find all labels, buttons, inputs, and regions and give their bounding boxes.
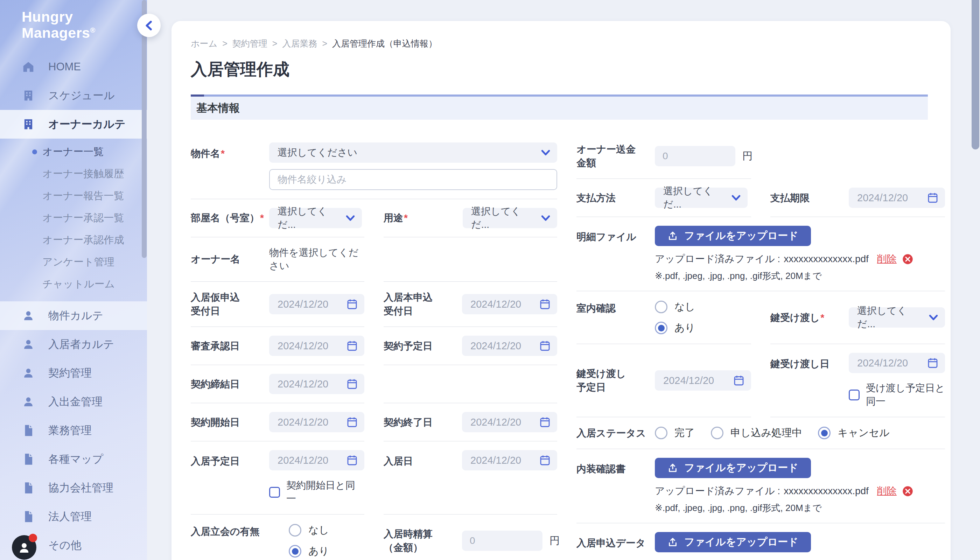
uploaded-file-line: アップロード済みファイル : xxxxxxxxxxxxxx.pdf 削除 bbox=[655, 558, 945, 560]
property-name-filter-input[interactable] bbox=[269, 169, 557, 190]
submenu-item-owner-contact-history[interactable]: オーナー接触履歴 bbox=[0, 163, 147, 185]
payment-deadline-date-input[interactable]: 2024/12/20 bbox=[849, 188, 945, 208]
formal-application-date-input[interactable]: 2024/12/20 bbox=[462, 294, 557, 314]
field-label: オーナー送金金額 bbox=[577, 142, 655, 170]
file-format-note: ※.pdf, .jpeg, .jpg, .png, .gif形式, 20Mまで bbox=[655, 270, 945, 282]
breadcrumb-contract-management[interactable]: 契約管理 bbox=[232, 38, 267, 49]
sidebar-item-tenant-karte[interactable]: 入居者カルテ bbox=[0, 330, 147, 359]
sidebar-item-operations-management[interactable]: 業務管理 bbox=[0, 416, 147, 445]
checkbox-icon bbox=[849, 390, 860, 400]
sidebar-item-payment-management[interactable]: 入出金管理 bbox=[0, 387, 147, 416]
witness-radio-no[interactable]: なし bbox=[289, 523, 329, 537]
sidebar-item-home[interactable]: HOME bbox=[0, 52, 147, 81]
sidebar-item-schedule[interactable]: スケジュール bbox=[0, 81, 147, 110]
field-label: 明細ファイル bbox=[577, 230, 655, 243]
owner-karte-submenu: オーナー一覧 オーナー接触履歴 オーナー報告一覧 オーナー承認一覧 オーナー承認… bbox=[0, 138, 147, 302]
property-name-select[interactable]: 選択してください bbox=[269, 142, 557, 163]
user-avatar[interactable] bbox=[12, 535, 37, 560]
chevron-down-icon bbox=[929, 315, 938, 321]
field-label: 契約予定日 bbox=[383, 339, 462, 353]
page-title: 入居管理作成 bbox=[191, 58, 928, 80]
sidebar-item-contract-management[interactable]: 契約管理 bbox=[0, 359, 147, 387]
payment-method-select[interactable]: 選択してくだ... bbox=[655, 188, 748, 208]
file-icon bbox=[22, 453, 35, 466]
chevron-down-icon bbox=[732, 195, 741, 201]
submenu-item-owner-approval-create[interactable]: オーナー承認作成 bbox=[0, 229, 147, 251]
sidebar-item-label: HOME bbox=[48, 60, 81, 73]
submenu-item-owner-approval-list[interactable]: オーナー承認一覧 bbox=[0, 207, 147, 229]
sidebar-nav: HOME スケジュール オーナーカルテ オーナー一覧 オーナー接触履歴 オーナー… bbox=[0, 52, 147, 560]
room-check-radio-yes[interactable]: あり bbox=[655, 321, 695, 335]
sidebar-item-maps[interactable]: 各種マップ bbox=[0, 445, 147, 473]
field-payment-deadline: 支払期限 2024/12/20 bbox=[770, 179, 945, 217]
contract-scheduled-date-input[interactable]: 2024/12/20 bbox=[462, 336, 557, 356]
field-movein-date: 入居日 2024/12/20 bbox=[383, 442, 557, 515]
submenu-item-chat-room[interactable]: チャットルーム bbox=[0, 273, 147, 295]
field-label: 室内確認 bbox=[577, 302, 655, 315]
field-contract-concluded-date: 契約締結日 2024/12/20 bbox=[191, 365, 364, 403]
checkbox-icon bbox=[269, 487, 280, 498]
field-label: オーナー名 bbox=[191, 252, 269, 266]
same-as-contract-start-checkbox[interactable]: 契約開始日と同一 bbox=[269, 479, 364, 505]
same-as-scheduled-checkbox[interactable]: 受け渡し予定日と同一 bbox=[849, 382, 945, 408]
movein-status-radio-cancelled[interactable]: キャンセル bbox=[818, 426, 889, 440]
movein-settlement-amount-input[interactable] bbox=[462, 531, 542, 551]
field-label: 支払期限 bbox=[770, 191, 849, 205]
movein-status-radio-completed[interactable]: 完了 bbox=[655, 426, 695, 440]
building-icon bbox=[22, 118, 35, 131]
movein-status-radio-processing[interactable]: 申し込み処理中 bbox=[711, 426, 802, 440]
submenu-item-owner-report-list[interactable]: オーナー報告一覧 bbox=[0, 185, 147, 207]
movein-date-input[interactable]: 2024/12/20 bbox=[462, 450, 557, 470]
key-handover-date-input[interactable]: 2024/12/20 bbox=[849, 353, 945, 373]
field-label: 入居ステータス bbox=[577, 426, 655, 440]
breadcrumb-home[interactable]: ホーム bbox=[191, 38, 217, 49]
submenu-item-survey-management[interactable]: アンケート管理 bbox=[0, 251, 147, 273]
field-movein-status: 入居ステータス 完了 申し込み処理中 bbox=[577, 417, 945, 449]
form-left-column: 物件名 選択してください 部屋名（号室） bbox=[191, 134, 557, 560]
room-check-radio-no[interactable]: なし bbox=[655, 300, 695, 314]
delete-file-link[interactable]: 削除 bbox=[877, 558, 897, 560]
contract-concluded-date-input[interactable]: 2024/12/20 bbox=[269, 374, 364, 394]
page-scrollbar-thumb[interactable] bbox=[972, 0, 979, 150]
form-grid: 物件名 選択してください 部屋名（号室） bbox=[191, 134, 928, 560]
delete-file-link[interactable]: 削除 bbox=[877, 252, 897, 266]
usage-select[interactable]: 選択してくだ... bbox=[463, 208, 557, 228]
field-formal-application-date: 入居本申込受付日 2024/12/20 bbox=[383, 282, 557, 327]
calendar-icon bbox=[539, 340, 551, 352]
room-name-select[interactable]: 選択してくだ... bbox=[269, 208, 362, 228]
key-handover-select[interactable]: 選択してくだ... bbox=[849, 307, 945, 328]
contract-start-date-input[interactable]: 2024/12/20 bbox=[269, 412, 364, 432]
calendar-icon bbox=[733, 375, 745, 387]
sidebar-scrollbar-thumb[interactable] bbox=[142, 0, 147, 258]
submenu-item-owner-list[interactable]: オーナー一覧 bbox=[0, 141, 147, 163]
field-label: 入居立会の有無 bbox=[191, 525, 289, 538]
calendar-icon bbox=[539, 298, 551, 310]
sidebar-item-property-karte[interactable]: 物件カルテ bbox=[0, 302, 147, 330]
contract-end-date-input[interactable]: 2024/12/20 bbox=[462, 412, 557, 432]
field-label: 入居本申込受付日 bbox=[383, 290, 462, 318]
radio-selected-icon bbox=[655, 322, 667, 334]
sidebar: Hungry Managers® HOME スケジュール オーナーカルテ オーナ… bbox=[0, 0, 147, 560]
uploaded-file-name: xxxxxxxxxxxxxx.pdf bbox=[783, 485, 869, 497]
sidebar-item-owner-karte[interactable]: オーナーカルテ bbox=[0, 110, 147, 138]
screening-approval-date-input[interactable]: 2024/12/20 bbox=[269, 336, 364, 356]
application-data-upload-button[interactable]: ファイルをアップロード bbox=[655, 532, 811, 552]
field-label: 入居日 bbox=[383, 454, 462, 468]
breadcrumb-movein-operations[interactable]: 入居業務 bbox=[282, 38, 317, 49]
movein-scheduled-date-input[interactable]: 2024/12/20 bbox=[269, 450, 364, 470]
notification-dot bbox=[29, 534, 37, 542]
sidebar-item-corporate-management[interactable]: 法人管理 bbox=[0, 502, 147, 531]
sidebar-item-label: 業務管理 bbox=[48, 423, 92, 438]
interior-doc-upload-button[interactable]: ファイルをアップロード bbox=[655, 458, 811, 478]
sidebar-collapse-button[interactable] bbox=[137, 13, 161, 37]
delete-x-icon[interactable] bbox=[902, 486, 913, 497]
key-handover-scheduled-date-input[interactable]: 2024/12/20 bbox=[655, 370, 751, 391]
sidebar-item-partner-companies[interactable]: 協力会社管理 bbox=[0, 473, 147, 502]
delete-file-link[interactable]: 削除 bbox=[877, 484, 897, 498]
witness-radio-yes[interactable]: あり bbox=[289, 544, 329, 558]
owner-remittance-amount-input[interactable] bbox=[655, 146, 735, 166]
chevron-down-icon bbox=[346, 215, 355, 221]
delete-x-icon[interactable] bbox=[902, 254, 913, 265]
provisional-application-date-input[interactable]: 2024/12/20 bbox=[269, 294, 364, 314]
statement-file-upload-button[interactable]: ファイルをアップロード bbox=[655, 226, 811, 246]
